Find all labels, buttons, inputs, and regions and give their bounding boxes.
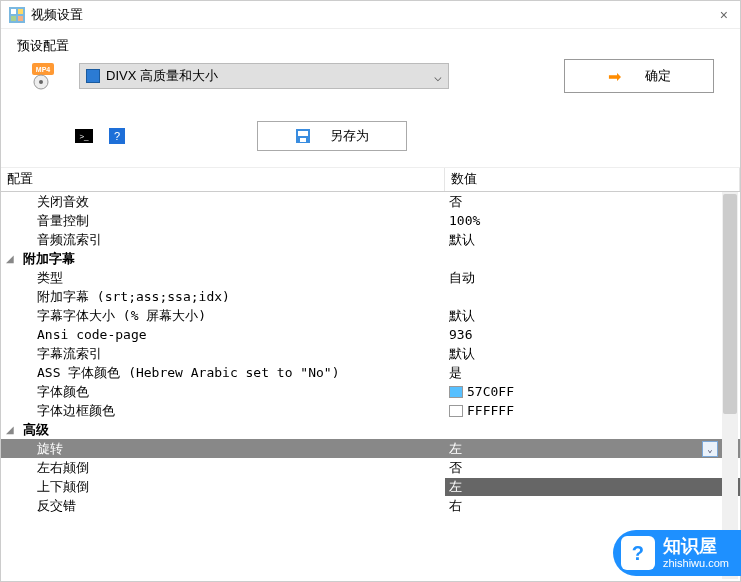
mp4-icon: MP4 bbox=[31, 62, 59, 90]
row-value[interactable]: 默认 bbox=[445, 231, 740, 249]
row-name: 字幕字体大小 (% 屏幕大小) bbox=[19, 307, 445, 325]
row-name: 反交错 bbox=[19, 497, 445, 515]
row-name: 字幕流索引 bbox=[19, 345, 445, 363]
svg-text:MP4: MP4 bbox=[36, 66, 51, 73]
watermark-icon: ? bbox=[621, 536, 655, 570]
svg-rect-2 bbox=[18, 9, 23, 14]
row-value[interactable]: 否 bbox=[445, 459, 740, 477]
row-name: 上下颠倒 bbox=[19, 478, 445, 496]
row-name: 高级 bbox=[19, 421, 445, 439]
chevron-down-icon: ⌵ bbox=[434, 69, 442, 84]
watermark: ? 知识屋 zhishiwu.com bbox=[613, 530, 741, 576]
dropdown-arrow-icon[interactable]: ⌄ bbox=[702, 441, 718, 457]
col-header-value[interactable]: 数值 bbox=[445, 168, 740, 191]
row-value-text: 左 bbox=[449, 478, 462, 496]
svg-rect-10 bbox=[298, 131, 308, 136]
row-name: 旋转 bbox=[19, 440, 445, 458]
grid-body: 关闭音效否音量控制100%音频流索引默认◢附加字幕类型自动附加字幕 (srt;a… bbox=[1, 192, 740, 515]
col-header-config[interactable]: 配置 bbox=[1, 168, 445, 191]
grid-row[interactable]: 上下颠倒左 bbox=[1, 477, 740, 496]
svg-rect-3 bbox=[11, 16, 16, 21]
row-value[interactable]: 自动 bbox=[445, 269, 740, 287]
help-icon[interactable]: ? bbox=[109, 128, 125, 144]
grid-row[interactable]: 字体边框颜色FFFFFF bbox=[1, 401, 740, 420]
scrollbar-thumb[interactable] bbox=[723, 194, 737, 414]
save-as-label: 另存为 bbox=[330, 127, 369, 145]
row-value[interactable]: 否 bbox=[445, 193, 740, 211]
row-value[interactable]: 默认 bbox=[445, 307, 740, 325]
row-value-text: 936 bbox=[449, 327, 472, 342]
row-name: 附加字幕 bbox=[19, 250, 445, 268]
row-expander[interactable]: ◢ bbox=[1, 253, 19, 264]
app-icon bbox=[9, 7, 25, 23]
row-name: 音量控制 bbox=[19, 212, 445, 230]
row-value[interactable]: 左⌄ bbox=[445, 440, 740, 458]
row-name: Ansi code-page bbox=[19, 327, 445, 342]
grid-row[interactable]: ASS 字体颜色 (Hebrew Arabic set to "No")是 bbox=[1, 363, 740, 382]
grid-row[interactable]: 音量控制100% bbox=[1, 211, 740, 230]
row-value-text: 否 bbox=[449, 193, 462, 211]
row-value-text: 57C0FF bbox=[467, 384, 514, 399]
color-swatch bbox=[449, 386, 463, 398]
close-button[interactable]: × bbox=[716, 7, 732, 23]
row-name: ASS 字体颜色 (Hebrew Arabic set to "No") bbox=[19, 364, 445, 382]
grid-row[interactable]: 类型自动 bbox=[1, 268, 740, 287]
titlebar: 视频设置 × bbox=[1, 1, 740, 29]
row-value[interactable]: FFFFFF bbox=[445, 403, 740, 418]
grid-row[interactable]: 左右颠倒否 bbox=[1, 458, 740, 477]
preset-dropdown[interactable]: DIVX 高质量和大小 ⌵ bbox=[79, 63, 449, 89]
scrollbar[interactable] bbox=[722, 192, 738, 579]
preset-section: 预设配置 MP4 DIVX 高质量和大小 ⌵ ➡ 确定 >_ ? 另存为 bbox=[1, 29, 740, 168]
row-value-text: 100% bbox=[449, 213, 480, 228]
settings-grid: 配置 数值 关闭音效否音量控制100%音频流索引默认◢附加字幕类型自动附加字幕 … bbox=[1, 168, 740, 581]
row-value-text: 左 bbox=[449, 440, 462, 458]
row-name: 附加字幕 (srt;ass;ssa;idx) bbox=[19, 288, 445, 306]
ok-button[interactable]: ➡ 确定 bbox=[564, 59, 714, 93]
row-value-text: FFFFFF bbox=[467, 403, 514, 418]
row-value[interactable]: 100% bbox=[445, 213, 740, 228]
svg-point-8 bbox=[39, 80, 43, 84]
row-value-text: 默认 bbox=[449, 307, 475, 325]
grid-row[interactable]: ◢附加字幕 bbox=[1, 249, 740, 268]
row-value[interactable]: 左 bbox=[445, 478, 740, 496]
preset-label: 预设配置 bbox=[17, 37, 724, 55]
grid-row[interactable]: Ansi code-page936 bbox=[1, 325, 740, 344]
grid-row[interactable]: ◢高级 bbox=[1, 420, 740, 439]
grid-row[interactable]: 关闭音效否 bbox=[1, 192, 740, 211]
grid-row[interactable]: 字幕字体大小 (% 屏幕大小)默认 bbox=[1, 306, 740, 325]
row-name: 字体颜色 bbox=[19, 383, 445, 401]
console-icon[interactable]: >_ bbox=[75, 129, 93, 143]
grid-row[interactable]: 字幕流索引默认 bbox=[1, 344, 740, 363]
grid-header: 配置 数值 bbox=[1, 168, 740, 192]
row-value[interactable]: 936 bbox=[445, 327, 740, 342]
row-name: 字体边框颜色 bbox=[19, 402, 445, 420]
color-swatch bbox=[449, 405, 463, 417]
grid-row[interactable]: 附加字幕 (srt;ass;ssa;idx) bbox=[1, 287, 740, 306]
ok-button-label: 确定 bbox=[645, 67, 671, 85]
row-name: 关闭音效 bbox=[19, 193, 445, 211]
row-value[interactable]: 是 bbox=[445, 364, 740, 382]
watermark-url: zhishiwu.com bbox=[663, 557, 729, 569]
row-value-text: 右 bbox=[449, 497, 462, 515]
row-name: 类型 bbox=[19, 269, 445, 287]
row-name: 左右颠倒 bbox=[19, 459, 445, 477]
save-icon bbox=[296, 129, 310, 143]
row-value-text: 默认 bbox=[449, 345, 475, 363]
grid-row[interactable]: 旋转左⌄ bbox=[1, 439, 740, 458]
row-value[interactable]: 右 bbox=[445, 497, 740, 515]
row-name: 音频流索引 bbox=[19, 231, 445, 249]
grid-row[interactable]: 反交错右 bbox=[1, 496, 740, 515]
grid-row[interactable]: 字体颜色57C0FF bbox=[1, 382, 740, 401]
svg-rect-4 bbox=[18, 16, 23, 21]
svg-rect-1 bbox=[11, 9, 16, 14]
row-expander[interactable]: ◢ bbox=[1, 424, 19, 435]
row-value-text: 否 bbox=[449, 459, 462, 477]
row-value-text: 自动 bbox=[449, 269, 475, 287]
preset-selected-text: DIVX 高质量和大小 bbox=[106, 67, 434, 85]
row-value-text: 默认 bbox=[449, 231, 475, 249]
row-value[interactable]: 57C0FF bbox=[445, 384, 740, 399]
grid-row[interactable]: 音频流索引默认 bbox=[1, 230, 740, 249]
save-as-button[interactable]: 另存为 bbox=[257, 121, 407, 151]
row-value[interactable]: 默认 bbox=[445, 345, 740, 363]
watermark-title: 知识屋 bbox=[663, 537, 729, 557]
